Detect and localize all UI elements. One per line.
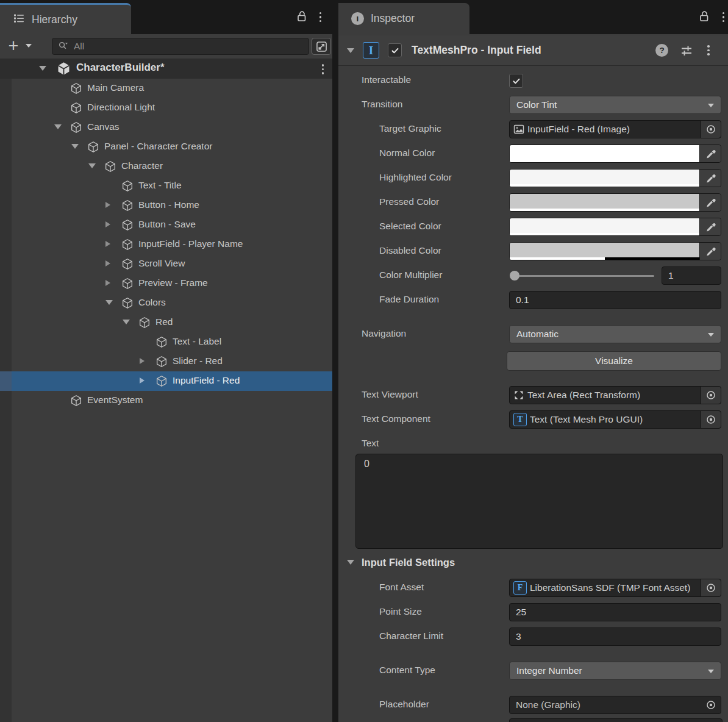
object-picker-icon[interactable] bbox=[701, 121, 721, 138]
color-swatch[interactable] bbox=[510, 218, 700, 235]
visualize-button[interactable]: Visualize bbox=[507, 351, 721, 371]
tree-row[interactable]: EventSystem bbox=[0, 391, 332, 410]
hierarchy-toolbar: + bbox=[0, 34, 332, 59]
navigation-dropdown[interactable]: Automatic bbox=[509, 325, 721, 343]
component-foldout-icon[interactable] bbox=[347, 48, 354, 53]
presets-icon[interactable] bbox=[680, 44, 693, 57]
tree-row[interactable]: Preview - Frame bbox=[0, 274, 332, 293]
foldout-collapsed-icon[interactable] bbox=[105, 202, 110, 208]
tree-row[interactable]: Directional Light bbox=[0, 98, 332, 118]
add-gameobject-button[interactable]: + bbox=[5, 36, 21, 55]
object-field-value: InputField - Red (Image) bbox=[527, 124, 701, 135]
tree-item-label: Red bbox=[155, 316, 173, 327]
foldout-collapsed-icon[interactable] bbox=[105, 241, 110, 247]
disabled-color-field[interactable] bbox=[509, 242, 721, 260]
input-field-settings-header[interactable]: Input Field Settings bbox=[338, 554, 728, 573]
color-swatch[interactable] bbox=[510, 170, 700, 187]
color-multiplier-slider-handle[interactable] bbox=[510, 271, 519, 281]
gameobject-cube-icon bbox=[121, 218, 134, 232]
fade-duration-field[interactable]: 0.1 bbox=[509, 291, 721, 309]
point-size-field[interactable]: 25 bbox=[509, 603, 721, 621]
tree-row[interactable]: Button - Home bbox=[0, 196, 332, 215]
tree-row[interactable]: Main Camera bbox=[0, 79, 332, 98]
color-multiplier-value-field[interactable]: 1 bbox=[662, 266, 721, 285]
target-graphic-object-field[interactable]: InputField - Red (Image) bbox=[509, 120, 721, 138]
color-multiplier-slider-track[interactable] bbox=[514, 275, 654, 277]
object-field-value: LiberationSans SDF (TMP Font Asset) bbox=[530, 582, 701, 593]
text-viewport-object-field[interactable]: Text Area (Rect Transform) bbox=[509, 386, 721, 404]
field-value: 0.1 bbox=[516, 295, 529, 306]
tree-row[interactable]: Text - Title bbox=[0, 176, 332, 196]
color-swatch[interactable] bbox=[510, 145, 700, 162]
tree-row[interactable]: Slider - Red bbox=[0, 352, 332, 371]
tree-row[interactable]: Red bbox=[0, 313, 332, 332]
add-dropdown-caret-icon[interactable] bbox=[26, 44, 32, 48]
content-type-dropdown[interactable]: Integer Number bbox=[509, 662, 721, 680]
tree-row[interactable]: Button - Save bbox=[0, 215, 332, 235]
normal-color-field[interactable] bbox=[509, 145, 721, 163]
foldout-expanded-icon[interactable] bbox=[123, 320, 130, 324]
more-icon[interactable] bbox=[317, 10, 324, 25]
tree-row[interactable]: Scroll View bbox=[0, 254, 332, 274]
tree-row[interactable]: Colors bbox=[0, 293, 332, 313]
component-enabled-checkbox[interactable] bbox=[388, 43, 402, 57]
color-swatch[interactable] bbox=[510, 194, 700, 211]
hierarchy-search-box[interactable] bbox=[52, 38, 309, 55]
tree-item-label: EventSystem bbox=[87, 395, 143, 406]
foldout-expanded-icon[interactable] bbox=[39, 66, 46, 71]
eyedropper-icon[interactable] bbox=[699, 145, 721, 162]
foldout-collapsed-icon[interactable] bbox=[140, 358, 145, 364]
row-visualize: Visualize bbox=[338, 349, 728, 373]
foldout-collapsed-icon[interactable] bbox=[105, 280, 110, 286]
tree-row[interactable]: Character bbox=[0, 157, 332, 176]
text-value-area[interactable]: 0 bbox=[355, 454, 723, 549]
field-value: 25 bbox=[516, 607, 526, 618]
eyedropper-icon[interactable] bbox=[699, 170, 721, 187]
placeholder-object-field[interactable]: None (Graphic) bbox=[509, 696, 721, 714]
tab-inspector[interactable]: i Inspector bbox=[338, 3, 469, 34]
tree-row[interactable]: Canvas bbox=[0, 118, 332, 137]
foldout-expanded-icon[interactable] bbox=[88, 163, 96, 168]
tab-hierarchy[interactable]: Hierarchy bbox=[0, 3, 131, 34]
transition-dropdown[interactable]: Color Tint bbox=[509, 96, 721, 114]
search-input[interactable] bbox=[73, 40, 304, 52]
tree-row[interactable]: Panel - Character Creator bbox=[0, 137, 332, 157]
tree-row[interactable]: InputField - Red bbox=[0, 371, 332, 391]
highlighted-color-field[interactable] bbox=[509, 169, 721, 187]
maximize-icon[interactable] bbox=[312, 38, 331, 55]
tree-row[interactable]: InputField - Player Name bbox=[0, 235, 332, 254]
foldout-collapsed-icon[interactable] bbox=[105, 221, 110, 227]
eyedropper-icon[interactable] bbox=[699, 194, 721, 211]
pressed-color-field[interactable] bbox=[509, 193, 721, 212]
more-icon[interactable] bbox=[720, 10, 727, 25]
selected-color-field[interactable] bbox=[509, 218, 721, 236]
hierarchy-tree: Main CameraDirectional LightCanvasPanel … bbox=[0, 79, 332, 722]
foldout-expanded-icon[interactable] bbox=[105, 300, 113, 305]
foldout-expanded-icon[interactable] bbox=[54, 124, 62, 129]
object-picker-icon[interactable] bbox=[701, 411, 721, 428]
foldout-collapsed-icon[interactable] bbox=[140, 377, 145, 384]
object-picker-icon[interactable] bbox=[701, 579, 721, 596]
field-label: Text Component bbox=[362, 413, 430, 424]
text-component-object-field[interactable]: T Text (Text Mesh Pro UGUI) bbox=[509, 410, 721, 429]
component-more-icon[interactable] bbox=[705, 43, 712, 58]
font-asset-object-field[interactable]: F LiberationSans SDF (TMP Font Asset) bbox=[509, 579, 721, 597]
section-title: Input Field Settings bbox=[362, 557, 455, 568]
interactable-checkbox[interactable] bbox=[509, 74, 523, 88]
eyedropper-icon[interactable] bbox=[699, 243, 721, 260]
object-picker-icon[interactable] bbox=[701, 696, 721, 713]
dropdown-caret-icon bbox=[708, 670, 714, 673]
foldout-collapsed-icon[interactable] bbox=[105, 260, 110, 266]
scene-header-row[interactable]: CharacterBuilder* bbox=[0, 59, 332, 79]
tree-row[interactable]: Text - Label bbox=[0, 332, 332, 352]
object-picker-icon[interactable] bbox=[701, 387, 721, 404]
foldout-expanded-icon[interactable] bbox=[71, 144, 79, 149]
unlock-icon[interactable] bbox=[295, 9, 309, 25]
eyedropper-icon[interactable] bbox=[699, 218, 721, 235]
help-icon[interactable]: ? bbox=[655, 44, 668, 57]
color-swatch[interactable] bbox=[510, 243, 700, 260]
tree-item-label: Text - Title bbox=[138, 180, 182, 191]
character-limit-field[interactable]: 3 bbox=[509, 627, 721, 646]
scene-more-icon[interactable] bbox=[319, 62, 327, 77]
unlock-icon[interactable] bbox=[698, 9, 711, 25]
